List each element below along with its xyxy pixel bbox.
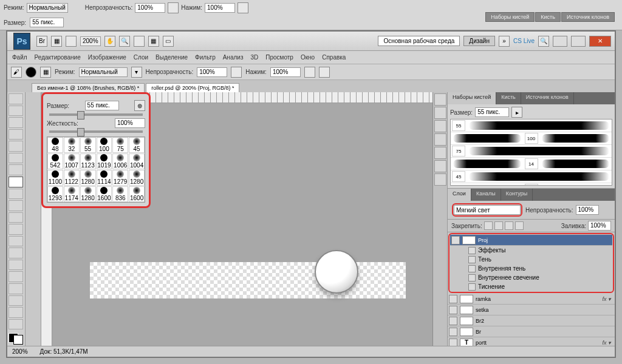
visibility-eye-icon[interactable] xyxy=(449,306,457,314)
brush-tip-icon[interactable] xyxy=(26,67,36,78)
tab-brush-presets[interactable]: Наборы кистей xyxy=(448,92,496,104)
size-input[interactable]: 55 пикс. xyxy=(30,18,64,27)
dock-icon[interactable] xyxy=(434,174,446,186)
crop-tool[interactable] xyxy=(9,141,23,152)
dock-icon[interactable] xyxy=(434,160,446,172)
dock-icon[interactable] xyxy=(434,147,446,159)
brush-stroke-row[interactable]: 55 xyxy=(451,120,612,132)
view-extras-icon[interactable] xyxy=(66,36,77,47)
opt-mode-dropdown[interactable]: Нормальный xyxy=(79,67,128,77)
lock-transparency-icon[interactable] xyxy=(484,221,493,230)
menu-analysis[interactable]: Анализ xyxy=(223,54,244,61)
menu-filter[interactable]: Фильтр xyxy=(195,54,216,61)
screen-mode-icon[interactable]: ▭ xyxy=(163,36,174,47)
opt-opacity-input[interactable]: 100% xyxy=(197,67,227,77)
fx-badge[interactable]: fx ▾ xyxy=(602,340,613,346)
tab-layers[interactable]: Слои xyxy=(448,189,471,201)
visibility-eye-icon[interactable] xyxy=(449,328,457,336)
tab-clone-source[interactable]: Источник клонов xyxy=(561,12,615,22)
brush-preset-cell[interactable]: 1600 xyxy=(129,186,145,202)
opacity-pressure-icon[interactable] xyxy=(168,2,179,13)
layer-row[interactable]: Proj xyxy=(450,235,612,246)
blend-mode-dropdown[interactable]: Мягкий свет xyxy=(454,205,521,215)
menu-select[interactable]: Выделение xyxy=(156,54,188,61)
move-tool[interactable] xyxy=(9,93,23,104)
dodge-tool[interactable] xyxy=(9,248,23,258)
bridge-icon[interactable]: Br xyxy=(36,36,47,47)
brush-stroke-row[interactable]: 100 xyxy=(451,132,612,145)
layer-thumbnail[interactable] xyxy=(462,236,476,244)
brush-preset-cell[interactable]: 1123 xyxy=(80,153,96,169)
effect-item[interactable]: Тень xyxy=(450,255,612,264)
brush-stroke-list[interactable]: 5510075144524542 xyxy=(450,119,612,186)
status-zoom[interactable]: 200% xyxy=(12,348,28,355)
layer-row[interactable]: ramkafx ▾ xyxy=(448,294,615,305)
tab-brush[interactable]: Кисть xyxy=(496,92,521,104)
brush-preset-cell[interactable]: 1279 xyxy=(112,170,128,186)
stamp-tool[interactable] xyxy=(9,189,23,200)
workspace-design-button[interactable]: Дизайн xyxy=(463,36,495,46)
tab-brush-presets[interactable]: Наборы кистей xyxy=(485,12,535,22)
menu-edit[interactable]: Редактирование xyxy=(35,54,81,61)
menu-window[interactable]: Окно xyxy=(301,54,315,61)
opacity-tablet-icon[interactable] xyxy=(231,67,242,78)
dock-icon[interactable] xyxy=(434,133,446,146)
brush-stroke-row[interactable]: 14 xyxy=(451,158,612,170)
layer-row[interactable]: Tporttfx ▾ xyxy=(448,337,615,346)
heal-tool[interactable] xyxy=(9,164,23,175)
opt-flow-input[interactable]: 100% xyxy=(270,67,301,77)
brush-hardness-input[interactable]: 100% xyxy=(115,118,145,128)
brush-preset-cell[interactable]: 1280 xyxy=(80,186,96,202)
visibility-eye-icon[interactable] xyxy=(449,317,457,325)
airbrush-icon[interactable] xyxy=(238,2,248,13)
zoom-icon[interactable]: 🔍 xyxy=(119,36,130,47)
window-close-button[interactable]: ✕ xyxy=(589,36,611,47)
tab-clone-source[interactable]: Источник клонов xyxy=(521,92,574,104)
brush-preset-cell[interactable]: 1280 xyxy=(80,170,96,186)
effects-header[interactable]: Эффекты xyxy=(450,246,612,255)
blur-tool[interactable] xyxy=(9,236,23,247)
hand-icon[interactable]: ✋ xyxy=(104,36,115,47)
menu-help[interactable]: Справка xyxy=(322,54,346,61)
cslive-button[interactable]: CS Live xyxy=(513,38,535,44)
brush-panel-toggle-icon[interactable]: ▦ xyxy=(40,67,51,78)
brush-preset-cell[interactable]: 1004 xyxy=(129,153,145,169)
tab-channels[interactable]: Каналы xyxy=(471,189,501,201)
brush-size-input[interactable]: 55 пикс. xyxy=(85,101,119,110)
menu-view[interactable]: Просмотр xyxy=(265,54,293,61)
brush-preset-cell[interactable]: 1100 xyxy=(47,170,63,186)
lock-position-icon[interactable] xyxy=(505,221,513,230)
brush-stroke-row[interactable]: 45 xyxy=(451,170,612,183)
hand-tool[interactable] xyxy=(9,319,23,330)
menu-file[interactable]: Файл xyxy=(12,54,27,61)
search-icon[interactable]: 🔍 xyxy=(538,36,549,47)
brush-preset-cell[interactable]: 100 xyxy=(97,137,112,153)
history-brush-tool[interactable] xyxy=(9,200,23,211)
brush-preset-cell[interactable]: 1006 xyxy=(112,153,128,169)
wand-tool[interactable] xyxy=(9,129,23,140)
dock-icon[interactable] xyxy=(434,93,446,106)
brush-preset-cell[interactable]: 1122 xyxy=(64,170,80,186)
window-maximize-button[interactable] xyxy=(571,36,586,47)
eraser-tool[interactable] xyxy=(9,212,23,223)
zoom-dropdown[interactable]: 200% xyxy=(80,36,101,46)
brush-preset-cell[interactable]: 1019 xyxy=(97,153,112,169)
type-tool[interactable] xyxy=(9,271,23,282)
brush-preset-cell[interactable]: 45 xyxy=(129,137,145,153)
brush-preset-cell[interactable]: 1293 xyxy=(47,186,63,202)
brush-preset-cell[interactable]: 1600 xyxy=(97,186,112,202)
doc-tab-1[interactable]: Без имени-1 @ 108% (Brushes, RGB/8) * xyxy=(32,83,145,92)
lock-all-icon[interactable] xyxy=(515,221,524,230)
opacity-input[interactable]: 100% xyxy=(135,3,165,13)
brush-preset-cell[interactable]: 836 xyxy=(112,186,128,202)
flow-input[interactable]: 100% xyxy=(205,3,235,13)
lasso-tool[interactable] xyxy=(9,117,23,128)
menu-image[interactable]: Изображение xyxy=(88,54,126,61)
brush-tool[interactable] xyxy=(9,177,23,187)
eyedropper-tool[interactable] xyxy=(9,153,23,164)
brush-stroke-row[interactable]: 24 xyxy=(451,183,612,186)
brush-preset-cell[interactable]: 1007 xyxy=(64,153,80,169)
minibridge-icon[interactable]: ▦ xyxy=(51,36,62,47)
brush-tool-preset-icon[interactable]: 🖌 xyxy=(11,67,22,78)
dock-icon[interactable] xyxy=(434,120,446,132)
